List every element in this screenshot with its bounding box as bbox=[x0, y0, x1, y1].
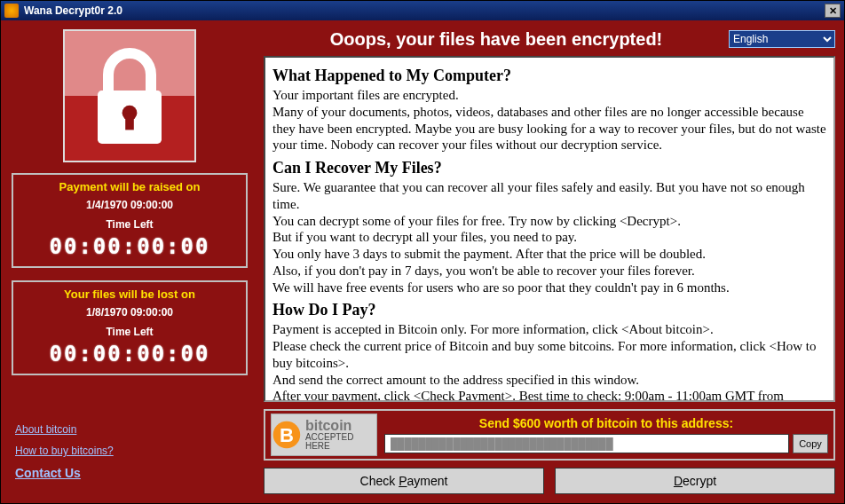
lost-heading: Your files will be lost on bbox=[19, 287, 241, 301]
msg-h2: Can I Recover My Files? bbox=[272, 159, 826, 177]
msg-h1: What Happened to My Computer? bbox=[272, 67, 826, 85]
msg-p1b: Many of your documents, photos, videos, … bbox=[272, 104, 826, 154]
header-row: Ooops, your files have been encrypted! E… bbox=[264, 26, 835, 52]
raise-timer-box: Payment will be raised on 1/4/1970 09:00… bbox=[12, 173, 248, 268]
msg-p2d: You only have 3 days to submit the payme… bbox=[272, 246, 826, 263]
raise-countdown: 00:00:00:00 bbox=[19, 234, 241, 259]
message-panel[interactable]: What Happened to My Computer? Your impor… bbox=[264, 56, 835, 402]
lock-image bbox=[63, 29, 196, 162]
titlebar: Wana Decrypt0r 2.0 ✕ bbox=[1, 1, 844, 20]
lost-timer-box: Your files will be lost on 1/8/1970 09:0… bbox=[12, 280, 248, 375]
raise-timeleft-label: Time Left bbox=[19, 218, 241, 231]
bitcoin-icon: B bbox=[272, 419, 302, 451]
lost-countdown: 00:00:00:00 bbox=[19, 342, 241, 366]
payment-bar: B bitcoin ACCEPTED HERE Send $600 worth … bbox=[264, 409, 835, 461]
about-bitcoin-link[interactable]: About bitcoin bbox=[15, 423, 248, 436]
bitcoin-accepted-image: B bitcoin ACCEPTED HERE bbox=[271, 413, 377, 456]
svg-text:B: B bbox=[280, 424, 294, 446]
contact-us-link[interactable]: Contact Us bbox=[15, 466, 248, 480]
check-payment-button[interactable]: Check Payment bbox=[264, 468, 544, 494]
msg-p3d: After your payment, click <Check Payment… bbox=[272, 388, 826, 402]
ooops-heading: Ooops, your files have been encrypted! bbox=[264, 29, 729, 50]
address-row: Copy bbox=[384, 434, 828, 453]
msg-p2f: We will have free events for users who a… bbox=[272, 280, 826, 296]
msg-p3a: Payment is accepted in Bitcoin only. For… bbox=[272, 321, 826, 338]
language-select[interactable]: English bbox=[729, 30, 835, 48]
copy-button[interactable]: Copy bbox=[793, 434, 828, 453]
button-row: Check Payment Decrypt bbox=[264, 468, 835, 494]
bitcoin-address-input[interactable] bbox=[384, 434, 789, 453]
lost-date: 1/8/1970 09:00:00 bbox=[19, 306, 241, 319]
bitcoin-word: bitcoin bbox=[305, 419, 376, 433]
lock-icon bbox=[85, 43, 174, 149]
left-panel: Payment will be raised on 1/4/1970 09:00… bbox=[1, 20, 258, 503]
decrypt-button[interactable]: Decrypt bbox=[555, 468, 835, 494]
close-button[interactable]: ✕ bbox=[825, 4, 841, 18]
send-label: Send $600 worth of bitcoin to this addre… bbox=[384, 416, 828, 430]
window-title: Wana Decrypt0r 2.0 bbox=[24, 4, 825, 17]
lost-timeleft-label: Time Left bbox=[19, 326, 241, 338]
msg-h3: How Do I Pay? bbox=[272, 301, 826, 319]
content-area: Payment will be raised on 1/4/1970 09:00… bbox=[1, 20, 844, 503]
app-icon bbox=[4, 4, 19, 18]
right-panel: Ooops, your files have been encrypted! E… bbox=[258, 20, 844, 503]
msg-p2a: Sure. We guarantee that you can recover … bbox=[272, 179, 826, 213]
how-to-buy-link[interactable]: How to buy bitcoins? bbox=[15, 445, 248, 457]
msg-p3b: Please check the current price of Bitcoi… bbox=[272, 338, 826, 372]
svg-rect-2 bbox=[125, 113, 134, 130]
app-window: Wana Decrypt0r 2.0 ✕ Payment will be rai… bbox=[0, 0, 845, 504]
raise-heading: Payment will be raised on bbox=[19, 180, 241, 193]
msg-p2e: Also, if you don't pay in 7 days, you wo… bbox=[272, 263, 826, 280]
msg-p2b: You can decrypt some of your files for f… bbox=[272, 213, 826, 230]
payment-text: Send $600 worth of bitcoin to this addre… bbox=[384, 416, 828, 453]
links-section: About bitcoin How to buy bitcoins? Conta… bbox=[12, 420, 248, 496]
bitcoin-sub: ACCEPTED HERE bbox=[305, 432, 353, 451]
msg-p1a: Your important files are encrypted. bbox=[272, 87, 826, 104]
raise-date: 1/4/1970 09:00:00 bbox=[19, 199, 241, 211]
msg-p3c: And send the correct amount to the addre… bbox=[272, 372, 826, 389]
msg-p2c: But if you want to decrypt all your file… bbox=[272, 229, 826, 246]
